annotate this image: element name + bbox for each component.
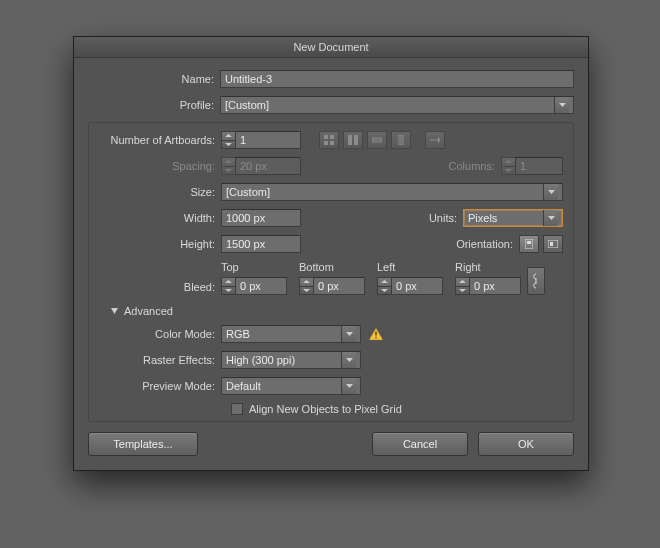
bleed-right-label: Right: [455, 261, 521, 273]
svg-rect-8: [354, 135, 358, 145]
name-input[interactable]: [220, 70, 574, 88]
preview-label: Preview Mode:: [99, 380, 221, 392]
size-label: Size:: [99, 186, 221, 198]
chevron-down-icon: [341, 352, 356, 368]
height-label: Height:: [99, 238, 221, 250]
width-input[interactable]: [221, 209, 301, 227]
chevron-down-icon: [341, 378, 356, 394]
bleed-top-stepper[interactable]: [221, 277, 287, 295]
height-input[interactable]: [221, 235, 301, 253]
size-select[interactable]: [Custom]: [221, 183, 563, 201]
artboard-layout-col-icon[interactable]: [391, 131, 411, 149]
color-mode-label: Color Mode:: [99, 328, 221, 340]
svg-marker-29: [381, 280, 388, 283]
columns-label: Columns:: [449, 160, 501, 172]
profile-select[interactable]: [Custom]: [220, 96, 574, 114]
spacing-stepper: [221, 157, 301, 175]
bleed-label: Bleed:: [99, 281, 221, 295]
templates-button[interactable]: Templates...: [88, 432, 198, 456]
artboard-layout-row-icon[interactable]: [367, 131, 387, 149]
profile-label: Profile:: [88, 99, 220, 111]
name-label: Name:: [88, 73, 220, 85]
bleed-bottom-input[interactable]: [313, 277, 365, 295]
orientation-portrait-icon[interactable]: [519, 235, 539, 253]
artboards-input[interactable]: [235, 131, 301, 149]
bleed-right-stepper[interactable]: [455, 277, 521, 295]
dialog-title: New Document: [74, 37, 588, 58]
svg-rect-5: [324, 141, 328, 145]
svg-marker-31: [459, 280, 466, 283]
columns-stepper: [501, 157, 563, 175]
align-pixel-grid-label: Align New Objects to Pixel Grid: [249, 403, 402, 415]
svg-marker-26: [225, 289, 232, 292]
disclosure-down-icon: [111, 308, 118, 315]
svg-rect-6: [330, 141, 334, 145]
svg-marker-27: [303, 280, 310, 283]
ok-button[interactable]: OK: [478, 432, 574, 456]
bleed-bottom-stepper[interactable]: [299, 277, 365, 295]
svg-marker-38: [346, 358, 353, 362]
raster-value: High (300 ppi): [226, 354, 295, 366]
spacing-label: Spacing:: [99, 160, 221, 172]
svg-rect-4: [330, 135, 334, 139]
advanced-toggle[interactable]: Advanced: [111, 305, 563, 317]
bleed-left-input[interactable]: [391, 277, 443, 295]
chevron-down-icon: [543, 210, 558, 226]
bleed-top-label: Top: [221, 261, 287, 273]
svg-rect-3: [324, 135, 328, 139]
svg-rect-36: [375, 332, 376, 336]
preview-value: Default: [226, 380, 261, 392]
align-pixel-grid-checkbox[interactable]: [231, 403, 243, 415]
units-select[interactable]: Pixels: [463, 209, 563, 227]
bleed-right-input[interactable]: [469, 277, 521, 295]
raster-select[interactable]: High (300 ppi): [221, 351, 361, 369]
bleed-link-icon[interactable]: [527, 267, 545, 295]
svg-marker-25: [225, 280, 232, 283]
profile-value: [Custom]: [225, 99, 269, 111]
units-label: Units:: [429, 212, 463, 224]
bleed-left-stepper[interactable]: [377, 277, 443, 295]
advanced-label: Advanced: [124, 305, 173, 317]
chevron-down-icon: [554, 97, 569, 113]
cancel-button[interactable]: Cancel: [372, 432, 468, 456]
svg-rect-24: [550, 242, 553, 246]
orientation-landscape-icon[interactable]: [543, 235, 563, 253]
chevron-down-icon: [543, 184, 558, 200]
svg-marker-1: [225, 134, 232, 137]
orientation-label: Orientation:: [456, 238, 519, 250]
svg-marker-18: [505, 169, 512, 172]
preview-select[interactable]: Default: [221, 377, 361, 395]
svg-marker-30: [381, 289, 388, 292]
svg-marker-2: [225, 143, 232, 146]
spacing-input: [235, 157, 301, 175]
artboards-stepper[interactable]: [221, 131, 301, 149]
artboard-layout-grid-row-icon[interactable]: [319, 131, 339, 149]
units-value: Pixels: [468, 212, 497, 224]
svg-rect-22: [527, 241, 531, 244]
svg-marker-28: [303, 289, 310, 292]
svg-marker-17: [505, 160, 512, 163]
size-value: [Custom]: [226, 186, 270, 198]
bleed-top-input[interactable]: [235, 277, 287, 295]
artboards-label: Number of Artboards:: [99, 134, 221, 146]
bleed-bottom-label: Bottom: [299, 261, 365, 273]
artboard-group: Number of Artboards:: [88, 122, 574, 422]
artboard-direction-icon[interactable]: [425, 131, 445, 149]
new-document-dialog: New Document Name: Profile: [Custom] Num…: [73, 36, 589, 471]
width-label: Width:: [99, 212, 221, 224]
svg-marker-34: [346, 332, 353, 336]
color-mode-select[interactable]: RGB: [221, 325, 361, 343]
svg-marker-14: [438, 137, 440, 143]
svg-marker-16: [225, 169, 232, 172]
svg-rect-7: [348, 135, 352, 145]
columns-input: [515, 157, 563, 175]
warning-icon: [369, 328, 383, 340]
svg-marker-0: [559, 103, 566, 107]
svg-rect-37: [375, 337, 376, 338]
color-mode-value: RGB: [226, 328, 250, 340]
artboard-layout-grid-col-icon[interactable]: [343, 131, 363, 149]
svg-marker-39: [346, 384, 353, 388]
svg-marker-19: [548, 190, 555, 194]
svg-marker-20: [548, 216, 555, 220]
svg-marker-32: [459, 289, 466, 292]
